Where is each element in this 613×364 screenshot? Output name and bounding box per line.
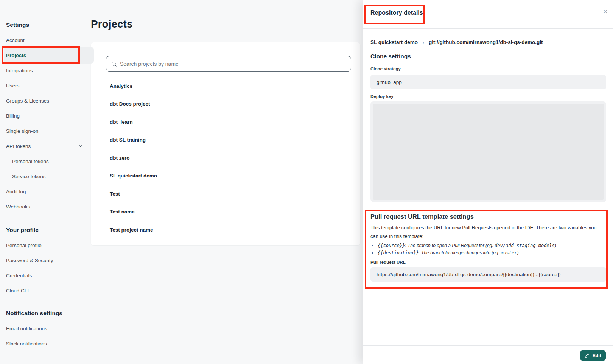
close-icon[interactable]: × [603, 8, 608, 16]
search-input[interactable] [120, 61, 346, 67]
sidebar-item-email-notifications[interactable]: Email notifications [6, 321, 87, 336]
project-row-sl-quickstart-demo[interactable]: SL quickstart demo [91, 167, 360, 185]
variable-source-suffix: ) [555, 243, 556, 248]
page-title: Projects [91, 18, 133, 30]
edit-button-label: Edit [592, 353, 601, 358]
pull-request-variable-list: • {{source}}: The branch to open a Pull … [372, 242, 556, 257]
project-search-box [106, 56, 351, 72]
deploy-key-label: Deploy key [370, 94, 394, 99]
project-row-dbt-zero[interactable]: dbt zero [91, 149, 360, 167]
variable-destination-example: master [501, 250, 517, 255]
project-row-analytics[interactable]: Analytics [91, 77, 360, 95]
sidebar-item-single-sign-on[interactable]: Single sign-on [6, 123, 87, 138]
projects-card: Analytics dbt Docs project dbt_learn dbt… [91, 42, 360, 245]
sidebar-item-slack-notifications[interactable]: Slack notifications [6, 336, 87, 351]
project-row-dbt-learn[interactable]: dbt_learn [91, 113, 360, 131]
breadcrumb: SL quickstart demo › git://github.com/mi… [370, 39, 543, 45]
sidebar-item-users[interactable]: Users [6, 78, 87, 93]
panel-title: Repository details [370, 9, 423, 16]
project-row-dbt-sl-training[interactable]: dbt SL training [91, 131, 360, 149]
sidebar-heading-settings: Settings [6, 17, 87, 33]
project-row-test[interactable]: Test [91, 185, 360, 203]
sidebar-item-personal-profile[interactable]: Personal profile [6, 238, 87, 253]
repository-details-panel: Repository details × SL quickstart demo … [363, 0, 613, 364]
pencil-icon [585, 353, 590, 358]
clone-settings-heading: Clone settings [370, 53, 411, 60]
list-item: • {{destination}}: The branch to merge c… [372, 249, 556, 257]
sidebar-item-account[interactable]: Account [6, 33, 87, 48]
breadcrumb-project-name: SL quickstart demo [370, 39, 418, 45]
deploy-key-field [370, 101, 606, 202]
variable-destination-code: {{destination}} [378, 250, 419, 255]
pull-request-url-label: Pull request URL [370, 260, 406, 264]
sidebar-item-groups-licenses[interactable]: Groups & Licenses [6, 93, 87, 108]
sidebar-item-integrations[interactable]: Integrations [6, 63, 87, 78]
chevron-down-icon [78, 143, 83, 149]
sidebar-item-webhooks[interactable]: Webhooks [6, 199, 87, 214]
sidebar-heading-your-profile: Your profile [6, 222, 87, 238]
project-row-test-project-name[interactable]: Test project name [91, 221, 360, 239]
variable-destination-text: : The branch to merge changes into (eg. [419, 250, 501, 255]
variable-destination-suffix: ) [517, 250, 519, 255]
bullet-icon: • [372, 242, 378, 249]
variable-source-text: : The branch to open a Pull Request for … [405, 243, 495, 248]
sidebar-item-credentials[interactable]: Credentials [6, 268, 87, 283]
sidebar-item-api-tokens[interactable]: API tokens [6, 138, 87, 154]
search-icon [111, 61, 117, 67]
sidebar-item-projects[interactable]: Projects [6, 48, 87, 63]
project-list: Analytics dbt Docs project dbt_learn dbt… [91, 77, 360, 239]
app-root: Settings Account Projects Integrations U… [0, 0, 613, 364]
variable-source-example: dev/add-staging-models [495, 243, 555, 248]
sidebar-item-audit-log[interactable]: Audit log [6, 184, 87, 199]
pull-request-url-field: https://github.com/mirnawong1/db-sl-qs-d… [370, 267, 606, 282]
sidebar-heading-notification-settings: Notification settings [6, 306, 87, 321]
edit-button[interactable]: Edit [580, 350, 606, 361]
project-row-test-name[interactable]: Test name [91, 203, 360, 221]
pull-request-description: This template configures the URL for new… [370, 223, 597, 241]
clone-strategy-field: github_app [370, 75, 606, 89]
pull-request-section-heading: Pull request URL template settings [370, 213, 474, 220]
settings-sidebar: Settings Account Projects Integrations U… [6, 17, 87, 351]
bullet-icon: • [372, 249, 378, 257]
breadcrumb-chevron-icon: › [422, 39, 424, 45]
variable-source-code: {{source}} [378, 243, 405, 248]
sidebar-item-billing[interactable]: Billing [6, 108, 87, 123]
sidebar-item-service-tokens[interactable]: Service tokens [6, 169, 87, 184]
deploy-key-value-box [373, 104, 604, 200]
sidebar-item-cloud-cli[interactable]: Cloud CLI [6, 283, 87, 298]
clone-strategy-label: Clone strategy [370, 67, 401, 71]
project-row-dbt-docs-project[interactable]: dbt Docs project [91, 95, 360, 113]
breadcrumb-repo-url: git://github.com/mirnawong1/db-sl-qs-dem… [429, 39, 543, 45]
sidebar-item-password-security[interactable]: Password & Security [6, 253, 87, 268]
list-item: • {{source}}: The branch to open a Pull … [372, 242, 556, 249]
sidebar-item-personal-tokens[interactable]: Personal tokens [6, 154, 87, 169]
panel-header-divider [363, 28, 613, 29]
panel-footer-divider [363, 345, 613, 346]
